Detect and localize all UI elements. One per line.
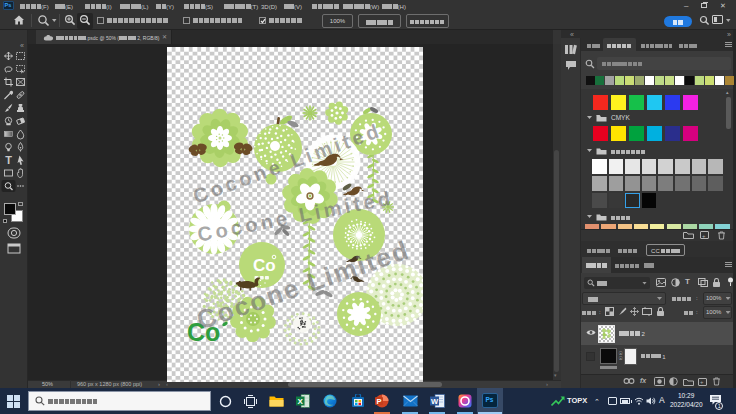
svg-text:W: W — [431, 397, 439, 406]
svg-text:Co: Co — [253, 256, 276, 275]
svg-text:T: T — [5, 154, 12, 166]
svg-text:X: X — [298, 397, 304, 406]
svg-text:P: P — [376, 397, 381, 406]
